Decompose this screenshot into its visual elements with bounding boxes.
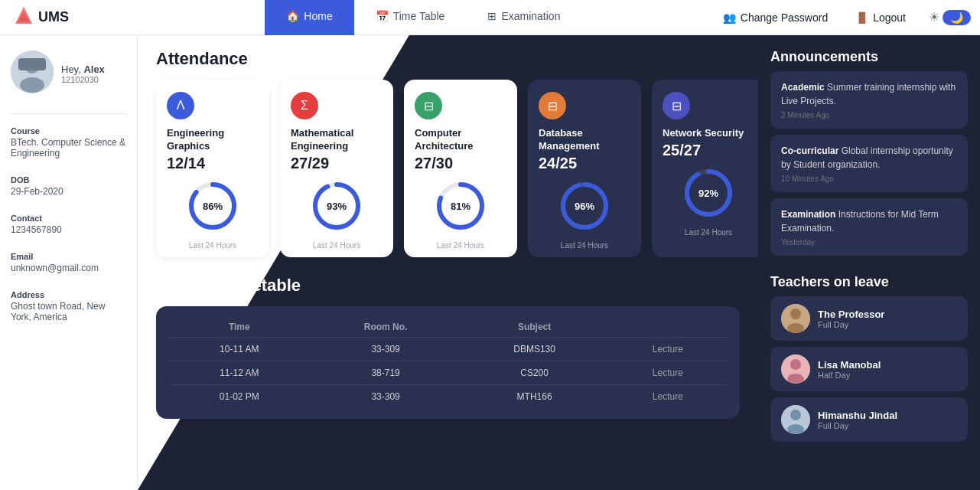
nav-center: 🏠 Home 📅 Time Table ⊞ Examination: [138, 0, 709, 35]
table-row: 11-12 AM 38-719 CS200 Lecture: [168, 361, 728, 384]
type-1: Lecture: [608, 337, 728, 361]
nav-examination[interactable]: ⊞ Examination: [466, 0, 581, 35]
db-mgmt-score: 24/25: [539, 155, 577, 172]
comp-arch-icon: ⊟: [415, 92, 442, 119]
announcements-title: Announcements: [770, 49, 968, 65]
net-sec-pct: 92%: [698, 187, 718, 198]
eng-graphics-score: 12/14: [167, 155, 205, 172]
right-panel: Announcements Academic Summer training i…: [758, 35, 980, 490]
math-eng-pct: 93%: [327, 200, 347, 211]
sun-icon: ☀: [929, 10, 939, 24]
moon-button[interactable]: 🌙: [943, 10, 971, 25]
logo-icon: [14, 5, 34, 30]
course-label: Course: [11, 126, 126, 136]
sidebar-dob: DOB 29-Feb-2020: [11, 175, 126, 197]
sidebar-email: Email unknown@gmail.com: [11, 252, 126, 273]
eng-graphics-name: Engineering Graphics: [167, 127, 259, 153]
time-1: 10-11 AM: [168, 337, 311, 361]
logo-text: UMS: [38, 9, 69, 25]
attendance-title: Attendance: [156, 49, 740, 69]
home-icon: 🏠: [286, 10, 299, 22]
math-eng-icon: Σ: [291, 92, 318, 119]
nav-timetable[interactable]: 📅 Time Table: [354, 0, 467, 35]
teacher-professor-info: The Professor Full Day: [818, 309, 884, 329]
net-sec-score: 25/27: [663, 142, 701, 159]
teachers-title: Teachers on leave: [770, 274, 968, 290]
subject-3: MTH166: [461, 384, 608, 408]
table-row: 10-11 AM 33-309 DBMS130 Lecture: [168, 337, 728, 361]
teacher-lisa-name: Lisa Manobal: [818, 359, 881, 371]
comp-arch-last: Last 24 Hours: [437, 241, 484, 250]
eng-graphics-pct: 86%: [203, 200, 223, 211]
timetable-card: Time Room No. Subject 10-11 AM 33-309 DB…: [156, 306, 740, 419]
eng-graphics-icon: Λ: [167, 92, 194, 119]
db-mgmt-icon: ⊟: [539, 92, 566, 119]
logo: UMS: [0, 5, 138, 30]
room-3: 33-309: [311, 384, 461, 408]
db-mgmt-circle-container: 96%: [539, 178, 630, 234]
email-value: unknown@gmail.com: [11, 263, 126, 273]
net-sec-last: Last 24 Hours: [685, 228, 732, 237]
sidebar-course: Course BTech. Computer Science & Enginee…: [11, 126, 126, 158]
col-subject: Subject: [461, 317, 608, 338]
navbar: UMS 🏠 Home 📅 Time Table ⊞ Examination 👥 …: [0, 0, 980, 35]
comp-arch-circle-container: 81%: [415, 178, 506, 234]
timetable-table: Time Room No. Subject 10-11 AM 33-309 DB…: [168, 317, 728, 408]
type-3: Lecture: [608, 384, 728, 408]
teacher-himanshu: Himanshu Jindal Full Day: [770, 397, 968, 442]
subject-1: DBMS130: [461, 337, 608, 361]
svg-point-4: [20, 77, 44, 93]
teachers-section: Teachers on leave The Professor Full Day…: [770, 274, 968, 448]
db-mgmt-last: Last 24 Hours: [561, 241, 608, 250]
change-password-nav[interactable]: 👥 Change Password: [709, 0, 842, 35]
svg-point-19: [790, 309, 801, 319]
eng-graphics-circle: 86%: [185, 178, 240, 234]
att-card-math-eng: Σ Mathematical Engineering 27/29 93% Las…: [280, 80, 393, 257]
ann-academic-text: Academic Summer training internship with…: [781, 80, 957, 108]
logout-nav[interactable]: 🚪 Logout: [842, 0, 920, 35]
svg-point-22: [790, 359, 801, 370]
math-eng-score: 27/29: [291, 155, 329, 172]
att-card-comp-arch: ⊟ Computer Architecture 27/30 81% Last 2…: [404, 80, 517, 257]
nav-right: 👥 Change Password 🚪 Logout ☀ 🌙: [709, 0, 980, 35]
math-eng-last: Last 24 Hours: [313, 241, 360, 250]
nav-home[interactable]: 🏠 Home: [265, 0, 353, 35]
math-eng-name: Mathematical Engineering: [291, 127, 383, 153]
teacher-professor-avatar: [781, 304, 810, 333]
teacher-lisa-info: Lisa Manobal Half Day: [818, 359, 881, 380]
col-type: [608, 317, 728, 338]
teacher-professor: The Professor Full Day: [770, 296, 968, 341]
ann-examination-text: Examination Instructions for Mid Term Ex…: [781, 207, 957, 235]
sidebar-user: Hey, Alex 12102030: [11, 51, 126, 96]
teacher-lisa-avatar: [781, 354, 810, 384]
timetable-title: Today's Timetable: [156, 276, 740, 296]
net-sec-icon: ⊟: [663, 92, 690, 119]
comp-arch-score: 27/30: [415, 155, 453, 172]
db-mgmt-pct: 96%: [575, 200, 594, 211]
type-2: Lecture: [608, 361, 728, 384]
comp-arch-name: Computer Architecture: [415, 127, 506, 153]
net-sec-circle: 92%: [681, 165, 736, 220]
ann-examination-time: Yesterday: [781, 238, 957, 247]
attendance-cards: Λ Engineering Graphics 12/14 86% Last 24…: [156, 80, 740, 257]
dob-value: 29-Feb-2020: [11, 186, 126, 197]
subject-2: CS200: [461, 361, 608, 384]
email-label: Email: [11, 252, 126, 261]
address-label: Address: [11, 290, 126, 299]
examination-icon: ⊞: [487, 10, 497, 22]
sidebar-divider: [11, 113, 126, 114]
avatar-image: [11, 51, 54, 93]
teacher-professor-leave: Full Day: [818, 320, 884, 329]
room-2: 38-719: [311, 361, 461, 384]
main-layout: Hey, Alex 12102030 Course BTech. Compute…: [0, 35, 980, 490]
timetable-section: Today's Timetable Time Room No. Subject: [156, 276, 740, 419]
announcements-section: Announcements Academic Summer training i…: [770, 49, 968, 262]
svg-rect-5: [18, 58, 46, 70]
table-row: 01-02 PM 33-309 MTH166 Lecture: [168, 384, 728, 408]
math-eng-circle: 93%: [309, 178, 364, 234]
time-3: 01-02 PM: [168, 384, 311, 408]
db-mgmt-name: Database Management: [539, 127, 630, 153]
sidebar-user-info: Hey, Alex 12102030: [61, 64, 105, 84]
sidebar-address: Address Ghost town Road, New York, Ameri…: [11, 290, 126, 322]
teacher-lisa: Lisa Manobal Half Day: [770, 347, 968, 391]
